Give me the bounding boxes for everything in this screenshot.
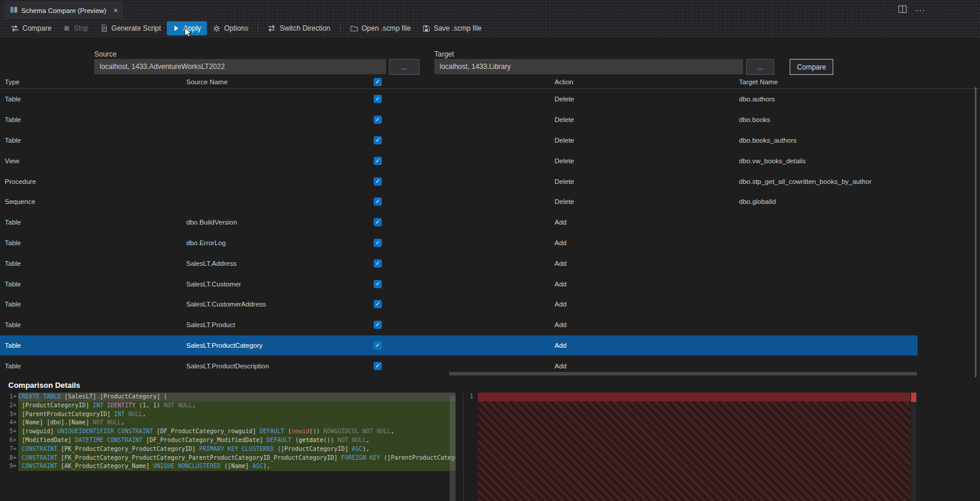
row-target-name: dbo.authors xyxy=(739,95,775,103)
split-editor-icon[interactable] xyxy=(898,5,907,15)
code-text: CONSTRAINT [PK_ProductCategory_ProductCa… xyxy=(18,445,456,454)
row-target-name: dbo.books xyxy=(739,116,770,123)
editor-header: Schema Compare (Preview) × ··· CompareSt… xyxy=(0,0,980,37)
toolbar-button-switch-direction[interactable]: Switch Direction xyxy=(262,21,336,35)
row-source-name: SalesLT.Address xyxy=(186,260,236,267)
table-row[interactable]: Table✓Deletedbo.authors xyxy=(0,89,918,110)
open-file-icon xyxy=(350,25,358,32)
toolbar-separator xyxy=(258,24,258,33)
source-input[interactable] xyxy=(94,59,386,74)
row-source-name: dbo.BuildVersion xyxy=(186,219,237,226)
toolbar-button-label: Stop xyxy=(74,24,88,32)
row-action: Add xyxy=(555,342,566,349)
target-label: Target xyxy=(434,50,454,58)
diff-added-line: 2+ [ProductCategoryID] INT IDENTITY (1, … xyxy=(2,401,456,410)
row-include-checkbox[interactable]: ✓ xyxy=(374,259,382,268)
column-header-source-name[interactable]: Source Name xyxy=(186,78,227,85)
row-action: Add xyxy=(555,362,566,370)
row-include-checkbox[interactable]: ✓ xyxy=(374,321,382,329)
row-type: View xyxy=(5,157,19,164)
diff-editor: 1+CREATE TABLE [SalesLT].[ProductCategor… xyxy=(0,393,980,501)
row-include-checkbox[interactable]: ✓ xyxy=(374,239,382,247)
compare-button[interactable]: Compare xyxy=(790,59,833,75)
row-action: Add xyxy=(555,321,566,328)
toolbar-button-label: Generate Script xyxy=(111,24,161,32)
column-header-type[interactable]: Type xyxy=(5,78,19,85)
row-type: Table xyxy=(5,260,21,267)
row-include-checkbox[interactable]: ✓ xyxy=(374,116,382,124)
table-row[interactable]: Procedure✓Deletedbo.stp_get_all_cowritte… xyxy=(0,171,918,192)
schema-compare-tab-icon xyxy=(10,5,18,16)
tab-close-icon[interactable]: × xyxy=(113,6,118,15)
row-include-checkbox[interactable]: ✓ xyxy=(374,362,382,370)
tab-bar: Schema Compare (Preview) × ··· xyxy=(0,0,980,19)
toolbar-button-apply[interactable]: Apply xyxy=(167,21,207,35)
column-header-target-name[interactable]: Target Name xyxy=(739,78,778,85)
row-action: Delete xyxy=(555,116,574,123)
toolbar-button-open-scmp[interactable]: Open .scmp file xyxy=(344,21,417,35)
table-row[interactable]: View✓Deletedbo.vw_books_details xyxy=(0,150,918,171)
row-source-name: SalesLT.ProductDescription xyxy=(186,362,269,370)
row-include-checkbox[interactable]: ✓ xyxy=(374,177,382,186)
toolbar-button-options[interactable]: Options xyxy=(207,21,254,35)
target-input[interactable] xyxy=(434,59,743,74)
diff-added-line: 6+ [ModifiedDate] DATETIME CONSTRAINT [D… xyxy=(2,436,456,445)
row-include-checkbox[interactable]: ✓ xyxy=(374,280,382,288)
table-row[interactable]: TableSalesLT.Product✓Add xyxy=(0,315,918,335)
results-grid: Type Source Name ✓ Action Target Name Ta… xyxy=(0,77,980,376)
toolbar-button-compare[interactable]: Compare xyxy=(5,21,57,35)
source-browse-button[interactable]: ... xyxy=(389,59,420,75)
row-type: Procedure xyxy=(5,178,36,185)
horizontal-scrollbar[interactable] xyxy=(449,372,917,375)
row-include-checkbox[interactable]: ✓ xyxy=(374,95,382,103)
table-row[interactable]: TableSalesLT.Address✓Add xyxy=(0,253,918,273)
row-include-checkbox[interactable]: ✓ xyxy=(374,300,382,308)
row-include-checkbox[interactable]: ✓ xyxy=(374,157,382,165)
target-script-pane: 1 xyxy=(466,393,916,501)
table-row[interactable]: Tabledbo.ErrorLog✓Add xyxy=(0,233,918,253)
tab-schema-compare[interactable]: Schema Compare (Preview) × xyxy=(5,1,123,19)
row-action: Delete xyxy=(555,137,574,144)
vertical-scrollbar[interactable] xyxy=(975,87,976,377)
diff-removed-region xyxy=(478,393,910,501)
table-row[interactable]: TableSalesLT.CustomerAddress✓Add xyxy=(0,294,918,315)
comparison-details-title: Comparison Details xyxy=(8,381,80,390)
row-action: Add xyxy=(555,239,566,246)
compare-icon xyxy=(11,24,19,32)
column-header-action[interactable]: Action xyxy=(555,78,573,85)
row-include-checkbox[interactable]: ✓ xyxy=(374,197,382,206)
schema-compare-window: Schema Compare (Preview) × ··· CompareSt… xyxy=(0,0,980,501)
line-number: 2+ xyxy=(2,401,18,410)
select-all-checkbox[interactable]: ✓ xyxy=(374,78,382,86)
row-include-checkbox[interactable]: ✓ xyxy=(374,218,382,226)
row-action: Delete xyxy=(555,157,574,164)
row-target-name: dbo.stp_get_all_cowritten_books_by_autho… xyxy=(739,178,872,185)
table-row[interactable]: Table✓Deletedbo.books_authors xyxy=(0,130,918,151)
table-row[interactable]: Tabledbo.BuildVersion✓Add xyxy=(0,212,918,233)
table-row[interactable]: TableSalesLT.ProductCategory✓Add xyxy=(0,335,918,356)
diff-left-scrollbar[interactable] xyxy=(450,395,456,501)
table-row[interactable]: TableSalesLT.Customer✓Add xyxy=(0,273,918,294)
row-include-checkbox[interactable]: ✓ xyxy=(374,341,382,350)
code-text: [ParentProductCategoryID] INT NULL, xyxy=(18,410,456,419)
generate-script-icon xyxy=(100,24,108,32)
toolbar-button-label: Switch Direction xyxy=(279,24,330,32)
more-actions-icon[interactable]: ··· xyxy=(915,5,926,15)
toolbar-button-save-scmp[interactable]: Save .scmp file xyxy=(417,21,487,35)
table-row[interactable]: Table✓Deletedbo.books xyxy=(0,110,918,130)
row-action: Add xyxy=(555,260,566,267)
table-row[interactable]: Sequence✓Deletedbo.globalId xyxy=(0,192,918,212)
row-include-checkbox[interactable]: ✓ xyxy=(374,136,382,144)
row-source-name: SalesLT.CustomerAddress xyxy=(186,301,266,308)
line-number: 4+ xyxy=(2,418,18,427)
toolbar-button-label: Options xyxy=(224,24,248,32)
row-action: Delete xyxy=(555,198,574,205)
toolbar-button-generate-script[interactable]: Generate Script xyxy=(94,21,167,35)
stop-icon xyxy=(63,25,70,32)
row-type: Table xyxy=(5,301,21,308)
target-browse-button[interactable]: ... xyxy=(746,59,774,75)
code-text: [ProductCategoryID] INT IDENTITY (1, 1) … xyxy=(18,401,456,410)
overview-ruler[interactable] xyxy=(911,393,916,501)
row-type: Table xyxy=(5,321,21,328)
row-type: Table xyxy=(5,219,21,226)
